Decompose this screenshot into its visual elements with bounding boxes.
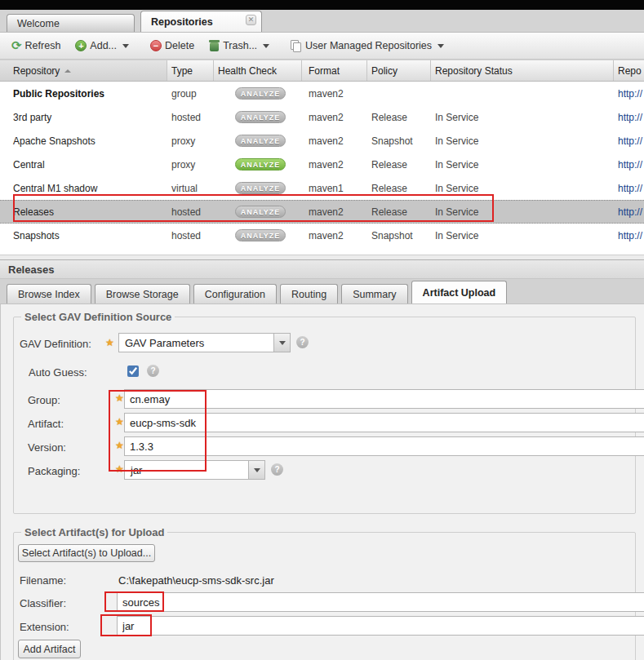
refresh-icon: ⟳ — [11, 38, 22, 53]
table-row-selected[interactable]: Releases hosted ANALYZE maven2 Release I… — [0, 200, 644, 224]
tab-browse-storage[interactable]: Browse Storage — [95, 284, 190, 303]
required-star-icon: ★ — [115, 416, 124, 427]
version-input[interactable] — [124, 436, 644, 456]
top-black-bar — [0, 0, 644, 10]
help-icon[interactable]: ? — [296, 336, 309, 348]
table-row[interactable]: Snapshots hosted ANALYZE maven2 Snapshot… — [0, 224, 644, 247]
column-header-repository-status[interactable]: Repository Status — [431, 60, 614, 81]
column-header-health-check[interactable]: Health Check — [214, 60, 302, 81]
user-managed-label: User Managed Repositories — [305, 40, 432, 51]
cell-policy: Release — [367, 206, 431, 218]
packaging-value: jar — [124, 460, 248, 480]
cell-repository-path-link[interactable]: http:// — [614, 159, 644, 171]
auto-guess-label: Auto Guess: — [29, 366, 87, 379]
close-icon[interactable]: ✕ — [246, 15, 256, 25]
extension-label: Extension: — [20, 621, 69, 633]
cell-repository-path-link[interactable]: http:// — [614, 135, 644, 147]
cell-repository: Snapshots — [0, 230, 167, 241]
gav-definition-select[interactable]: GAV Parameters — [118, 333, 291, 352]
tab-summary[interactable]: Summary — [341, 284, 407, 303]
analyze-button[interactable]: ANALYZE — [235, 111, 286, 123]
tab-routing[interactable]: Routing — [280, 284, 338, 303]
extension-input[interactable] — [117, 616, 644, 636]
cell-repository-path-link[interactable]: http:// — [614, 183, 644, 194]
chevron-down-icon — [437, 44, 444, 48]
artifact-input[interactable] — [124, 413, 644, 432]
tab-repositories[interactable]: Repositories ✕ — [140, 11, 262, 32]
tab-welcome[interactable]: Welcome — [7, 14, 135, 32]
cell-repository-path-link[interactable]: http:// — [614, 112, 644, 123]
cell-format: maven2 — [302, 88, 367, 100]
filename-value: C:\fakepath\eucp-sms-sdk-src.jar — [118, 574, 274, 587]
analyze-button[interactable]: ANALYZE — [235, 206, 286, 218]
tab-browse-index[interactable]: Browse Index — [7, 284, 91, 303]
trash-icon — [209, 40, 220, 51]
refresh-label: Refresh — [25, 40, 61, 51]
table-row[interactable]: 3rd party hosted ANALYZE maven2 Release … — [0, 105, 644, 129]
classifier-input[interactable] — [117, 592, 644, 612]
cell-repository-path-link[interactable]: http:// — [614, 206, 644, 218]
help-icon[interactable]: ? — [147, 365, 159, 377]
main-tab-strip: Welcome Repositories ✕ — [0, 10, 644, 33]
analyze-button[interactable]: ANALYZE — [235, 229, 286, 241]
add-artifact-button[interactable]: Add Artifact — [18, 640, 81, 658]
app-window: Welcome Repositories ✕ ⟳ Refresh + Add..… — [0, 0, 644, 660]
analyze-button[interactable]: ANALYZE — [235, 87, 286, 100]
column-header-type[interactable]: Type — [167, 60, 214, 81]
analyze-button[interactable]: ANALYZE — [235, 135, 286, 147]
column-header-repository-path[interactable]: Repo — [614, 60, 644, 81]
delete-button[interactable]: − Delete — [145, 38, 199, 54]
sort-asc-icon — [64, 69, 71, 73]
cell-format: maven2 — [302, 230, 367, 241]
table-row[interactable]: Central M1 shadow virtual ANALYZE maven1… — [0, 176, 644, 200]
cell-type: group — [167, 88, 214, 100]
select-artifacts-button[interactable]: Select Artifact(s) to Upload... — [18, 544, 155, 562]
refresh-button[interactable]: ⟳ Refresh — [7, 36, 65, 55]
user-managed-repositories-button[interactable]: User Managed Repositories — [286, 38, 449, 55]
cell-repository: Releases — [0, 206, 167, 218]
table-row[interactable]: Apache Snapshots proxy ANALYZE maven2 Sn… — [0, 129, 644, 153]
cell-status: In Service — [431, 230, 614, 241]
group-label: Group: — [28, 394, 60, 406]
gav-fieldset-legend: Select GAV Definition Source — [21, 311, 175, 323]
cell-repository: Central M1 shadow — [0, 183, 167, 194]
auto-guess-checkbox[interactable] — [127, 365, 139, 377]
cell-type: proxy — [167, 135, 214, 147]
required-star-icon: ★ — [115, 463, 124, 475]
combo-trigger[interactable] — [248, 460, 265, 480]
table-row[interactable]: Central proxy ANALYZE maven2 Release In … — [0, 153, 644, 176]
version-label: Version: — [28, 441, 66, 454]
tab-configuration[interactable]: Configuration — [193, 284, 277, 303]
required-star-icon: ★ — [115, 392, 124, 404]
add-icon: + — [75, 40, 87, 51]
cell-repository: Central — [0, 159, 167, 171]
cell-policy: Release — [367, 183, 431, 194]
cell-format: maven2 — [302, 159, 367, 171]
add-button[interactable]: + Add... — [70, 38, 134, 54]
column-header-format[interactable]: Format — [302, 60, 367, 81]
column-header-repository[interactable]: Repository — [0, 60, 167, 81]
cell-repository-path-link[interactable]: http:// — [614, 230, 644, 241]
column-header-policy[interactable]: Policy — [367, 60, 431, 81]
chevron-down-icon — [279, 341, 286, 345]
help-icon[interactable]: ? — [271, 463, 283, 476]
group-input[interactable] — [124, 389, 644, 409]
repositories-toolbar: ⟳ Refresh + Add... − Delete Trash... Use… — [0, 33, 644, 60]
packaging-label: Packaging: — [28, 465, 80, 477]
packaging-select[interactable]: jar — [124, 460, 265, 480]
tab-artifact-upload[interactable]: Artifact Upload — [411, 281, 508, 303]
add-label: Add... — [90, 40, 117, 51]
cell-repository-path-link[interactable]: http:// — [614, 88, 644, 100]
analyze-button[interactable]: ANALYZE — [235, 182, 286, 194]
trash-label: Trash... — [223, 40, 257, 51]
cell-format: maven2 — [302, 206, 367, 218]
analyze-button[interactable]: ANALYZE — [235, 158, 286, 171]
cell-format: maven1 — [302, 183, 367, 194]
trash-button[interactable]: Trash... — [204, 38, 274, 54]
combo-trigger[interactable] — [273, 333, 291, 352]
delete-label: Delete — [165, 40, 194, 51]
cell-repository: Apache Snapshots — [0, 135, 167, 147]
upload-fieldset-legend: Select Artifact(s) for Upload — [21, 526, 167, 538]
tab-repositories-label: Repositories — [151, 16, 213, 28]
table-row[interactable]: Public Repositories group ANALYZE maven2… — [0, 82, 644, 105]
